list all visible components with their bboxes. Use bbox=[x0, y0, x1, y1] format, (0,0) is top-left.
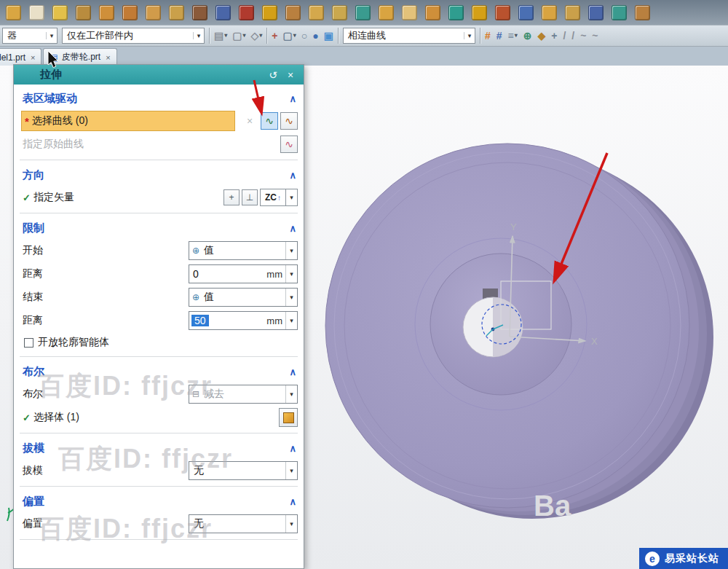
snap-list-icon[interactable]: ≡▾ bbox=[508, 31, 518, 41]
shell-icon[interactable] bbox=[309, 5, 324, 20]
tube-icon[interactable] bbox=[542, 5, 557, 20]
start-distance-field[interactable]: 0 mm ▾ bbox=[189, 264, 298, 283]
mirror-feature-icon[interactable] bbox=[355, 5, 371, 20]
section-limits-header[interactable]: 限制 ∧ bbox=[20, 217, 298, 239]
split-body-icon[interactable] bbox=[472, 5, 487, 20]
emphasis-icon[interactable] bbox=[215, 5, 231, 20]
offset-face-icon[interactable] bbox=[495, 5, 510, 20]
subtract-icon[interactable] bbox=[262, 5, 277, 20]
extrude-icon[interactable] bbox=[122, 5, 138, 20]
midpoint-snap-icon[interactable]: ◆ bbox=[537, 31, 545, 41]
sweep-icon[interactable] bbox=[565, 5, 580, 20]
edge-blend-icon[interactable] bbox=[379, 5, 394, 20]
axis-x-label: X bbox=[591, 336, 598, 347]
highlight-filter-icon[interactable]: ▤▾ bbox=[214, 31, 227, 41]
snap-point-icon[interactable]: ● bbox=[312, 31, 318, 41]
dialog-titlebar[interactable]: 拉伸 ↺ × bbox=[14, 65, 304, 85]
open-profile-checkbox[interactable] bbox=[24, 338, 33, 348]
selection-scope-icon[interactable]: ◇▾ bbox=[251, 31, 263, 41]
end-mode-dropdown[interactable]: ⊕ 值 ▾ bbox=[189, 288, 298, 307]
sketch-section-icon[interactable]: ∿ bbox=[280, 112, 298, 130]
end-distance-label: 距离 bbox=[23, 314, 43, 327]
start-distance-row: 距离 0 mm ▾ bbox=[20, 262, 298, 286]
intersect-icon[interactable] bbox=[285, 5, 301, 20]
close-icon[interactable]: × bbox=[31, 53, 35, 62]
start-mode-dropdown[interactable]: ⊕ 值 ▾ bbox=[189, 241, 298, 260]
type-filter-dropdown[interactable]: 器 ▾ bbox=[2, 28, 58, 44]
block-feature-icon[interactable] bbox=[76, 5, 91, 20]
reverse-vector-icon[interactable]: ⊥ bbox=[242, 189, 258, 205]
vector-dropdown-arrow[interactable]: ▾ bbox=[286, 189, 298, 206]
toolbar-separator bbox=[338, 28, 339, 44]
section-region-header[interactable]: 表区域驱动 ∧ bbox=[20, 87, 298, 109]
vector-type-display[interactable]: ZC ↑ bbox=[260, 189, 286, 206]
section-offset-header[interactable]: 偏置 ∧ bbox=[20, 490, 298, 512]
chevron-up-icon[interactable]: ∧ bbox=[289, 93, 296, 104]
pattern-feature-icon[interactable] bbox=[332, 5, 347, 20]
line-tool-icon[interactable]: / bbox=[563, 31, 566, 41]
extrude-dialog: 拉伸 ↺ × 表区域驱动 ∧ * 选择曲线 (0) × ∿ ∿ 指定原始曲线 ∿ bbox=[13, 64, 304, 569]
rib-icon[interactable] bbox=[192, 5, 207, 20]
draft-mode-dropdown[interactable]: 无 ▾ bbox=[189, 461, 298, 480]
origin-curve-icon[interactable]: ∿ bbox=[280, 136, 298, 153]
section-offset-title: 偏置 bbox=[23, 495, 44, 509]
grid-snap-icon[interactable]: # bbox=[485, 31, 491, 41]
tab-model1[interactable]: del1.prt × bbox=[0, 48, 41, 66]
section-boolean-header[interactable]: 布尔 ∧ bbox=[20, 361, 298, 382]
section-region-title: 表区域驱动 bbox=[23, 92, 77, 106]
sketch-icon[interactable] bbox=[29, 5, 44, 20]
unite-icon[interactable] bbox=[239, 5, 254, 20]
check-icon: ✓ bbox=[23, 412, 31, 423]
deselect-all-icon[interactable]: × bbox=[241, 112, 258, 130]
section-draft-header[interactable]: 拔模 ∧ bbox=[20, 437, 298, 459]
part-tab-bar: del1.prt × ▤ 皮带轮.prt × bbox=[0, 47, 728, 66]
boolean-label: 布尔 bbox=[23, 388, 43, 401]
revolve-icon[interactable] bbox=[146, 5, 161, 20]
trim-body-icon[interactable] bbox=[448, 5, 464, 20]
draft-feature-icon[interactable] bbox=[425, 5, 440, 20]
curve-select-icon[interactable]: ∿ bbox=[261, 112, 278, 130]
end-distance-field[interactable]: 50 mm ▾ bbox=[189, 311, 298, 330]
chevron-up-icon[interactable]: ∧ bbox=[289, 366, 296, 377]
boolean-mode-dropdown[interactable]: ⊟ 减去 ▾ bbox=[189, 385, 298, 404]
datum-plane-icon[interactable] bbox=[6, 5, 21, 20]
cylinder-feature-icon[interactable] bbox=[99, 5, 114, 20]
solid-body-icon bbox=[283, 412, 294, 423]
ruled-surface-icon[interactable] bbox=[612, 5, 627, 20]
grid-snap-alt-icon[interactable]: # bbox=[496, 31, 502, 41]
close-icon[interactable]: × bbox=[283, 69, 298, 81]
lasso-select-icon[interactable]: ○ bbox=[301, 31, 307, 41]
more-features-icon[interactable] bbox=[635, 5, 650, 20]
select-general-icon[interactable]: + bbox=[272, 31, 277, 41]
snap-options-icon[interactable]: ▢▾ bbox=[232, 31, 245, 41]
intersection-snap-icon[interactable]: + bbox=[551, 31, 557, 41]
select-curve-field[interactable]: * 选择曲线 (0) bbox=[21, 111, 235, 131]
arc-tool-icon[interactable]: / bbox=[571, 31, 574, 41]
reset-icon[interactable]: ↺ bbox=[266, 69, 280, 81]
chevron-down-icon: ▾ bbox=[193, 32, 204, 39]
chevron-up-icon[interactable]: ∧ bbox=[289, 443, 296, 454]
hole-icon[interactable] bbox=[169, 5, 184, 20]
close-icon[interactable]: × bbox=[106, 53, 110, 62]
selection-toolbar: 器 ▾ 仅在工作部件内 ▾ ▤▾▢▾◇▾ +▢▾○●▣ 相连曲线 ▾ ##≡▾⊕… bbox=[0, 25, 728, 47]
chevron-up-icon[interactable]: ∧ bbox=[289, 496, 296, 507]
wcs-display-icon[interactable]: ▣ bbox=[324, 31, 333, 41]
chamfer-icon[interactable] bbox=[402, 5, 417, 20]
offset-mode-dropdown[interactable]: 无 ▾ bbox=[189, 514, 298, 533]
through-curves-icon[interactable] bbox=[588, 5, 604, 20]
chevron-up-icon[interactable]: ∧ bbox=[289, 223, 296, 234]
tab-pulley-label: 皮带轮.prt bbox=[62, 51, 100, 63]
scope-dropdown[interactable]: 仅在工作部件内 ▾ bbox=[62, 28, 205, 44]
point-on-curve-icon[interactable]: ⊕ bbox=[523, 31, 532, 41]
scale-body-icon[interactable] bbox=[518, 5, 534, 20]
curve-rule-dropdown[interactable]: 相连曲线 ▾ bbox=[343, 28, 475, 44]
vector-dialog-icon[interactable]: + bbox=[223, 189, 240, 205]
rectangle-select-icon[interactable]: ▢▾ bbox=[282, 31, 296, 41]
chevron-up-icon[interactable]: ∧ bbox=[289, 170, 296, 181]
section-direction-header[interactable]: 方向 ∧ bbox=[20, 164, 298, 186]
select-body-icon[interactable] bbox=[279, 408, 298, 427]
spline-tool-icon[interactable]: ~ bbox=[592, 31, 598, 41]
tab-pulley[interactable]: ▤ 皮带轮.prt × bbox=[43, 48, 116, 66]
curve-tool-icon[interactable]: ~ bbox=[580, 31, 586, 41]
sphere-feature-icon[interactable] bbox=[52, 5, 68, 20]
